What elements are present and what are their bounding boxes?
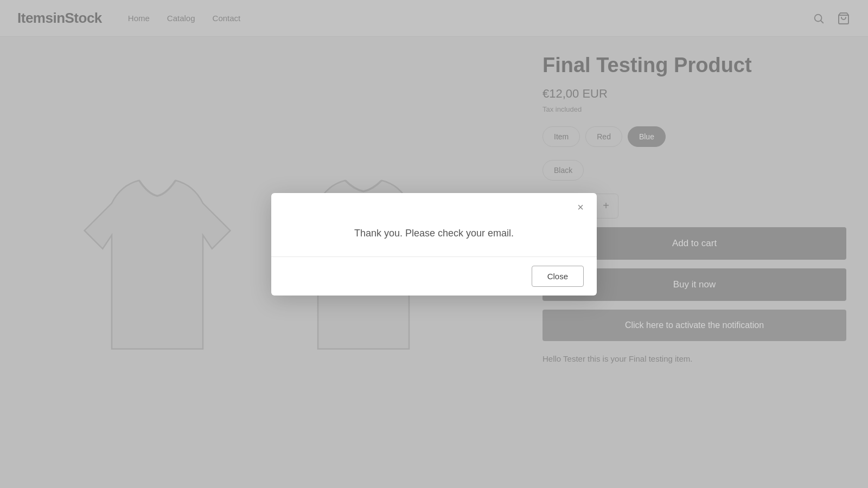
modal-close-x-button[interactable]: ×: [573, 200, 588, 215]
modal-message: Thank you. Please check your email.: [293, 228, 575, 239]
modal-close-button[interactable]: Close: [532, 266, 584, 287]
modal-overlay: × Thank you. Please check your email. Cl…: [0, 0, 868, 488]
modal-dialog: × Thank you. Please check your email. Cl…: [271, 193, 597, 296]
modal-body: Thank you. Please check your email.: [271, 215, 597, 257]
modal-footer: Close: [271, 257, 597, 296]
modal-header: ×: [271, 193, 597, 215]
